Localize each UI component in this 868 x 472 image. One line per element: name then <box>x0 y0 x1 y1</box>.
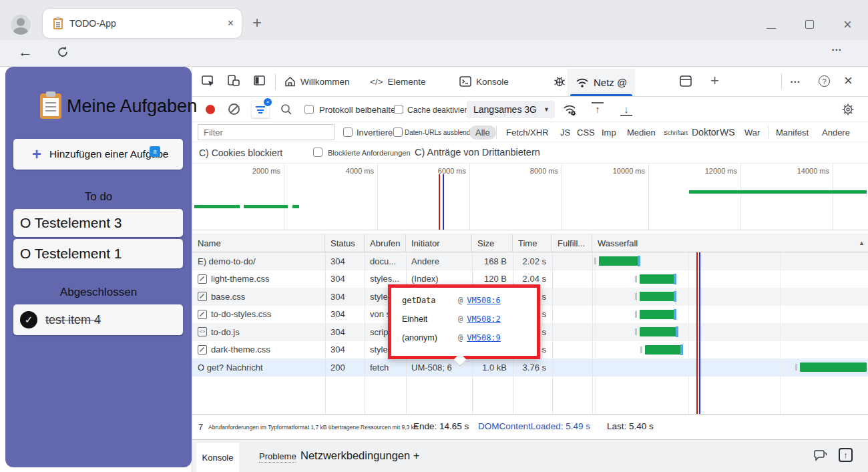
preserve-log-checkbox[interactable] <box>304 105 314 114</box>
network-overview[interactable]: 2000 ms 4000 ms 6000 ms 8000 ms 10000 ms… <box>192 164 868 230</box>
active-tab-indicator <box>570 94 632 96</box>
timeline-tick: 4000 ms <box>346 167 374 175</box>
device-emulation-icon[interactable] <box>227 75 240 90</box>
request-name: light-theme.css <box>211 274 269 284</box>
filter-pill-wasm[interactable]: War <box>744 128 760 138</box>
filter-button[interactable]: × <box>251 101 270 118</box>
filter-pill-font[interactable]: Schriftart <box>664 130 688 136</box>
tab-welcome[interactable]: Willkommen <box>284 67 350 96</box>
browser-tab[interactable]: TODO-App × <box>43 9 242 38</box>
col-header-type[interactable]: Abrufen <box>365 234 406 252</box>
feedback-icon[interactable] <box>813 449 828 465</box>
waterfall-bar[interactable] <box>640 327 678 336</box>
settings-gear-icon[interactable] <box>841 103 855 119</box>
waterfall-bar[interactable] <box>800 363 867 372</box>
filter-pill-ws[interactable]: WS <box>720 127 735 138</box>
third-party-label[interactable]: C) Anträge von Drittanbietern <box>415 147 540 158</box>
filter-pill-media[interactable]: Medien <box>627 128 656 138</box>
todo-item[interactable]: O Testelement 3 <box>13 209 183 237</box>
stack-location-link[interactable]: VM508:2 <box>467 314 501 324</box>
filter-pill-img[interactable]: Imp <box>602 128 616 138</box>
window-maximize-button[interactable] <box>805 20 814 29</box>
request-row[interactable]: E) demo-to-do/ 304 docu... Andere 168 B … <box>192 252 868 270</box>
inspect-element-icon[interactable] <box>202 75 215 90</box>
bug-icon[interactable] <box>553 75 566 91</box>
network-block-row: C) Cookies blockiert Blockierte Anforder… <box>192 142 868 164</box>
help-icon[interactable]: ? <box>819 75 830 87</box>
check-circle-icon[interactable]: ✓ <box>20 311 37 328</box>
throttling-select[interactable]: Langsames 3G ▼ <box>467 101 555 118</box>
request-row-selected[interactable]: O get? Nachricht 200 fetch UM-508; 6 1.0… <box>192 359 868 377</box>
filter-pill-fetch-xhr[interactable]: Fetch/XHR <box>506 128 549 138</box>
invert-checkbox[interactable] <box>343 128 353 137</box>
browser-tab-strip: TODO-App × + × <box>0 0 868 40</box>
waterfall-bar[interactable] <box>599 256 640 266</box>
export-har-icon[interactable]: ↓ <box>620 103 632 116</box>
network-wifi-icon <box>576 77 589 88</box>
record-button[interactable] <box>206 105 215 114</box>
browser-menu-button[interactable]: ••• <box>832 47 842 53</box>
col-header-size[interactable]: Size <box>472 234 513 252</box>
filter-pill-all[interactable]: Alle <box>469 126 496 140</box>
col-header-fulfilled[interactable]: Fulfill... <box>552 234 592 252</box>
filter-pill-js[interactable]: JS <box>560 128 570 138</box>
new-tab-button[interactable]: + <box>252 13 262 32</box>
todo-item[interactable]: O Testelement 1 <box>13 239 183 268</box>
drawer-tab-issues[interactable]: Probleme <box>259 451 296 463</box>
col-header-waterfall[interactable]: Wasserfall <box>592 234 868 252</box>
overview-activity-bar <box>244 205 288 208</box>
profile-avatar[interactable] <box>11 15 31 35</box>
stack-location-link[interactable]: VM508:6 <box>467 296 501 305</box>
devtools-menu-icon[interactable]: ••• <box>791 79 801 85</box>
waterfall-bar[interactable] <box>640 292 676 301</box>
col-header-name[interactable]: Name <box>192 234 325 252</box>
open-quick-view-icon[interactable]: ↑ <box>839 448 853 462</box>
tab-title: TODO-App <box>69 18 228 29</box>
tab-network[interactable]: Netz @ <box>568 69 635 96</box>
refresh-button[interactable] <box>56 45 69 61</box>
import-har-icon[interactable]: ↑ <box>592 102 604 115</box>
filter-pill-css[interactable]: CSS <box>577 128 595 138</box>
grid-header: Name Status Abrufen Initiator Size Time … <box>192 234 868 252</box>
tab-close-icon[interactable]: × <box>228 17 234 29</box>
waterfall-load-marker <box>696 252 698 414</box>
search-icon[interactable] <box>280 103 292 118</box>
col-header-initiator[interactable]: Initiator <box>406 234 472 252</box>
scroll-up-arrow[interactable]: ▲ <box>859 240 865 246</box>
devtools-close-icon[interactable]: × <box>844 72 853 89</box>
drawer-tab-network-conditions[interactable]: Netzwerkbedingungen + <box>300 449 419 462</box>
more-tools-button[interactable]: + <box>710 72 719 89</box>
blocked-requests-checkbox[interactable] <box>313 148 322 157</box>
layout-panel-icon[interactable] <box>680 75 692 89</box>
tab-elements[interactable]: </> Elemente <box>370 67 426 96</box>
add-task-button[interactable]: + Hinzufügen einer Aufgabe a <box>13 139 183 170</box>
done-item[interactable]: ✓ test item 4 <box>13 304 183 335</box>
filter-input[interactable] <box>198 124 335 140</box>
window-minimize-button[interactable] <box>767 18 776 32</box>
waterfall-bar[interactable] <box>645 345 683 355</box>
waterfall-bar[interactable] <box>640 274 676 284</box>
col-header-time[interactable]: Time <box>513 234 552 252</box>
at-symbol: @ <box>458 296 463 305</box>
hide-data-urls-checkbox[interactable] <box>393 128 403 137</box>
filter-pill-doc[interactable]: Doktor <box>692 127 719 138</box>
drawer-tab-console[interactable]: Konsole <box>196 443 239 472</box>
network-conditions-icon[interactable] <box>562 103 577 119</box>
finish-time: Ende: 14.65 s <box>413 421 469 431</box>
overview-activity-bar <box>292 205 299 208</box>
css-file-icon <box>198 310 207 319</box>
window-close-button[interactable]: × <box>843 16 852 33</box>
network-summary-bar: 7 Abrufanforderungen im Typformatformat … <box>192 414 868 439</box>
disable-cache-checkbox[interactable] <box>394 105 403 114</box>
back-button[interactable]: ← <box>18 43 33 61</box>
dock-side-icon[interactable] <box>254 75 266 89</box>
tab-console[interactable]: Konsole <box>459 67 509 96</box>
filter-pill-other[interactable]: Andere <box>822 128 850 138</box>
col-header-status[interactable]: Status <box>325 234 365 252</box>
at-symbol: @ <box>458 333 463 342</box>
clear-network-log-icon[interactable] <box>228 103 240 115</box>
filter-pill-manifest[interactable]: Manifest <box>776 128 809 138</box>
stack-location-link[interactable]: VM508:9 <box>467 333 501 342</box>
blocked-cookies-label[interactable]: C) Cookies blockiert <box>199 148 282 158</box>
waterfall-bar[interactable] <box>640 310 676 319</box>
